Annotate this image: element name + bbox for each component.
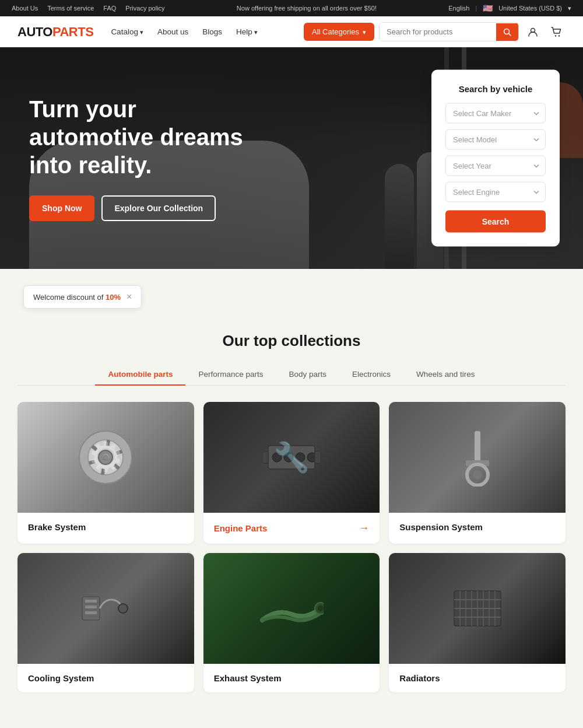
all-categories-button[interactable]: All Categories <box>304 23 374 41</box>
search-input[interactable] <box>380 23 496 41</box>
cooling-icon <box>76 585 135 632</box>
cart-icon <box>550 26 562 38</box>
hero-content: Turn your automotive dreams into reality… <box>0 66 292 250</box>
user-icon <box>527 26 539 38</box>
collections-section: Our top collections Automobile parts Per… <box>0 309 583 716</box>
discount-value: 10% <box>106 293 121 302</box>
svg-rect-27 <box>85 600 97 603</box>
nav-help[interactable]: Help <box>230 24 264 40</box>
card-title-brake: Brake System <box>28 522 184 532</box>
card-engine-parts[interactable]: Engine Parts → <box>203 402 380 544</box>
region-chevron <box>568 5 571 12</box>
about-us-link[interactable]: About Us <box>12 5 38 12</box>
car-maker-select[interactable]: Select Car Maker <box>445 103 546 124</box>
nav-about[interactable]: About us <box>152 24 194 40</box>
welcome-toast: Welcome discount of 10% × <box>23 285 142 309</box>
svg-rect-11 <box>106 439 111 446</box>
card-image-radiators <box>389 553 566 664</box>
language-selector[interactable]: English <box>448 5 469 12</box>
svg-point-25 <box>473 470 482 480</box>
engine-select[interactable]: Select Engine <box>445 182 546 202</box>
top-bar-right: English | 🇺🇸 United States (USD $) <box>448 4 571 13</box>
svg-rect-28 <box>85 606 97 608</box>
search-bar <box>379 22 519 41</box>
collections-title: Our top collections <box>17 332 566 350</box>
card-title-radiators: Radiators <box>399 673 555 683</box>
nav-catalog[interactable]: Catalog <box>105 24 149 40</box>
svg-point-3 <box>555 35 556 36</box>
svg-point-5 <box>79 431 132 484</box>
panel-title: Search by vehicle <box>445 84 546 94</box>
categories-chevron <box>363 27 366 36</box>
svg-point-7 <box>99 450 113 464</box>
logo-auto: AUTO <box>17 24 52 39</box>
card-image-cooling <box>17 553 194 664</box>
svg-rect-20 <box>262 452 268 463</box>
cards-row-1: Brake System Engine Parts → <box>17 402 566 544</box>
card-title-cooling: Cooling System <box>28 673 184 683</box>
card-body-cooling: Cooling System <box>17 664 194 692</box>
card-body-suspension: Suspension System <box>389 513 566 541</box>
card-body-brake: Brake System <box>17 513 194 541</box>
svg-point-18 <box>296 453 305 462</box>
card-cooling[interactable]: Cooling System <box>17 553 194 692</box>
terms-link[interactable]: Terms of service <box>47 5 94 12</box>
card-title-engine: Engine Parts → <box>214 522 370 534</box>
exhaust-icon <box>259 585 324 632</box>
nav-blogs[interactable]: Blogs <box>196 24 228 40</box>
search-icon <box>503 28 511 36</box>
card-image-exhaust <box>203 553 380 664</box>
faq-link[interactable]: FAQ <box>103 5 116 12</box>
shop-now-button[interactable]: Shop Now <box>29 195 94 221</box>
hero-title: Turn your automotive dreams into reality… <box>29 95 262 179</box>
year-select[interactable]: Select Year <box>445 156 546 176</box>
card-image-brake <box>17 402 194 513</box>
explore-button[interactable]: Explore Our Collection <box>101 195 216 221</box>
model-select[interactable]: Select Model <box>445 130 546 150</box>
tab-automobile-parts[interactable]: Automobile parts <box>95 364 185 386</box>
cards-row-2: Cooling System Exhaust System <box>17 553 566 692</box>
search-button[interactable] <box>496 23 518 41</box>
header-right: All Categories <box>304 22 566 41</box>
card-exhaust[interactable]: Exhaust System <box>203 553 380 692</box>
close-toast-button[interactable]: × <box>127 292 132 302</box>
top-bar-links: About Us Terms of service FAQ Privacy po… <box>12 5 165 12</box>
main-nav: Catalog About us Blogs Help <box>105 24 292 40</box>
card-title-exhaust: Exhaust System <box>214 673 370 683</box>
vehicle-search-button[interactable]: Search <box>445 211 546 233</box>
flag-icon: 🇺🇸 <box>483 4 493 13</box>
card-radiators[interactable]: Radiators <box>389 553 566 692</box>
help-chevron <box>254 27 258 36</box>
welcome-text: Welcome discount of 10% <box>33 293 121 302</box>
card-suspension[interactable]: Suspension System <box>389 402 566 544</box>
person-1 <box>385 164 414 269</box>
svg-point-16 <box>272 453 282 462</box>
privacy-link[interactable]: Privacy policy <box>125 5 164 12</box>
collections-tabs: Automobile parts Performance parts Body … <box>17 364 566 386</box>
tab-performance-parts[interactable]: Performance parts <box>185 364 276 386</box>
divider: | <box>475 5 477 12</box>
card-brake-system[interactable]: Brake System <box>17 402 194 544</box>
svg-rect-14 <box>101 468 106 475</box>
logo[interactable]: AUTOPARTS <box>17 24 93 40</box>
cart-icon-button[interactable] <box>547 23 566 41</box>
vehicle-search-panel: Search by vehicle Select Car Maker Selec… <box>431 70 560 247</box>
brake-disc-icon <box>76 428 135 487</box>
top-bar-announcement: Now offering free shipping on all orders… <box>237 5 377 12</box>
tab-body-parts[interactable]: Body parts <box>276 364 339 386</box>
svg-rect-13 <box>114 463 121 470</box>
card-image-engine <box>203 402 380 513</box>
tab-electronics[interactable]: Electronics <box>339 364 403 386</box>
svg-rect-12 <box>116 449 122 454</box>
radiator-icon <box>448 585 507 632</box>
engine-icon <box>257 434 326 481</box>
region-selector[interactable]: United States (USD $) <box>498 5 562 12</box>
svg-rect-21 <box>315 452 321 463</box>
tab-wheels-tires[interactable]: Wheels and tires <box>403 364 488 386</box>
user-icon-button[interactable] <box>524 23 542 41</box>
arrow-right-icon: → <box>359 522 369 534</box>
svg-rect-15 <box>268 446 315 469</box>
suspension-icon <box>454 428 501 487</box>
svg-rect-29 <box>85 611 97 614</box>
hero-section: Turn your automotive dreams into reality… <box>0 47 583 269</box>
